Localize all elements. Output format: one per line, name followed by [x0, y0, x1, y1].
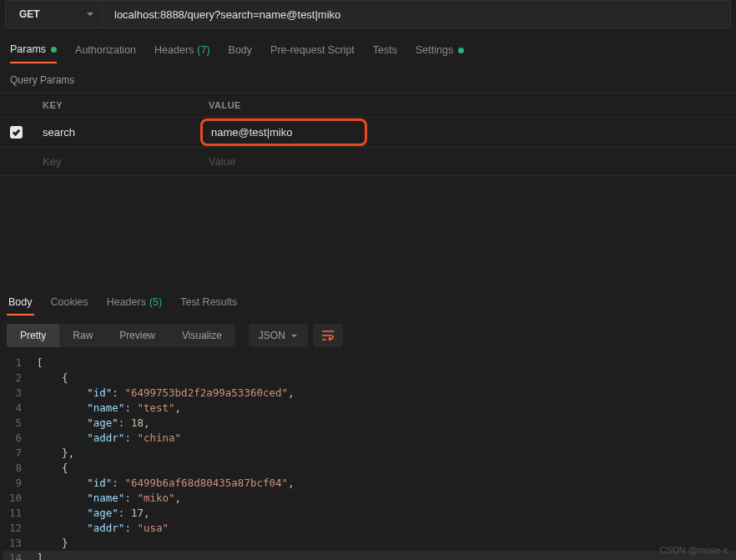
- code-line: 12 "addr": "usa": [3, 521, 736, 536]
- wrap-icon: [321, 330, 335, 341]
- view-pretty-button[interactable]: Pretty: [7, 324, 59, 347]
- status-dot-icon: [51, 47, 57, 53]
- language-dropdown[interactable]: JSON: [249, 324, 308, 347]
- status-dot-icon: [458, 48, 464, 53]
- tab-headers[interactable]: Headers (7): [154, 43, 210, 63]
- request-url-bar: GET: [0, 0, 736, 28]
- param-value-cell[interactable]: Value: [199, 148, 736, 176]
- code-line: 10 "name": "miko",: [3, 491, 736, 506]
- key-header: KEY: [33, 93, 199, 118]
- code-line: 13 }: [3, 536, 736, 551]
- param-value-cell[interactable]: name@test|miko: [199, 118, 736, 148]
- chevron-down-icon: [86, 10, 94, 18]
- language-label: JSON: [259, 330, 285, 341]
- view-visualize-button[interactable]: Visualize: [169, 324, 235, 347]
- tab-body[interactable]: Body: [229, 43, 253, 63]
- url-input[interactable]: [104, 0, 731, 28]
- code-line: 7 },: [3, 446, 736, 461]
- param-row[interactable]: KeyValue: [0, 148, 736, 176]
- code-line: 5 "age": 18,: [3, 416, 736, 431]
- resp-tab-headers[interactable]: Headers (5): [105, 293, 164, 315]
- checkbox-checked[interactable]: [10, 126, 23, 139]
- code-line: 8 {: [3, 461, 736, 476]
- code-line: 11 "age": 17,: [3, 506, 736, 521]
- response-body-viewer[interactable]: 1[2 {3 "id": "6499753bd2f2a99a53360ced",…: [0, 356, 736, 560]
- query-params-table: KEY VALUE searchname@test|mikoKeyValue: [0, 93, 736, 176]
- response-toolbar: PrettyRawPreviewVisualize JSON: [0, 315, 736, 356]
- code-line: 14]: [3, 551, 736, 560]
- param-key-cell[interactable]: search: [33, 118, 199, 148]
- code-line: 4 "name": "test",: [3, 401, 736, 416]
- request-tabs: ParamsAuthorizationHeaders (7)BodyPre-re…: [0, 28, 736, 64]
- tab-params[interactable]: Params: [10, 43, 57, 63]
- code-line: 1[: [3, 356, 736, 371]
- checkbox-header: [0, 93, 33, 118]
- http-method-selector[interactable]: GET: [5, 0, 103, 28]
- view-mode-group: PrettyRawPreviewVisualize: [7, 324, 235, 347]
- code-line: 6 "addr": "china": [3, 431, 736, 446]
- resp-tab-body[interactable]: Body: [7, 293, 34, 315]
- wrap-lines-button[interactable]: [313, 324, 343, 347]
- chevron-down-icon: [290, 332, 298, 340]
- view-raw-button[interactable]: Raw: [59, 324, 106, 347]
- tab-settings[interactable]: Settings: [416, 43, 464, 63]
- code-line: 2 {: [3, 371, 736, 386]
- http-method-label: GET: [19, 8, 40, 20]
- param-key-cell[interactable]: Key: [33, 148, 199, 176]
- resp-tab-cookies[interactable]: Cookies: [49, 293, 90, 315]
- query-params-heading: Query Params: [0, 64, 736, 93]
- value-header: VALUE: [199, 93, 736, 118]
- tab-authorization[interactable]: Authorization: [75, 43, 136, 63]
- view-preview-button[interactable]: Preview: [106, 324, 169, 347]
- response-tabs: BodyCookiesHeaders (5)Test Results: [0, 285, 736, 315]
- code-line: 3 "id": "6499753bd2f2a99a53360ced",: [3, 386, 736, 401]
- param-row[interactable]: searchname@test|miko: [0, 118, 736, 148]
- tab-pre-request-script[interactable]: Pre-request Script: [270, 43, 355, 63]
- code-line: 9 "id": "6499b6af68d80435a87bcf04",: [3, 476, 736, 491]
- resp-tab-test-results[interactable]: Test Results: [179, 293, 239, 315]
- tab-tests[interactable]: Tests: [373, 43, 397, 63]
